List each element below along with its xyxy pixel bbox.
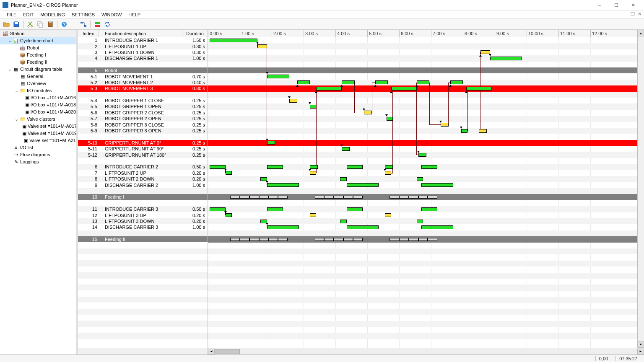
relation-button[interactable]: [79, 20, 88, 29]
gantt-bar[interactable]: [297, 80, 310, 84]
tree-item[interactable]: ▣Valve set =101+M-A017: [0, 123, 76, 130]
gantt-row[interactable]: [208, 92, 637, 98]
gantt-bar[interactable]: [340, 177, 346, 181]
gantt-bar[interactable]: [385, 213, 391, 217]
task-row[interactable]: [78, 134, 208, 140]
open-button[interactable]: [2, 20, 11, 29]
gantt-bar[interactable]: [343, 196, 353, 199]
scroll-down-button[interactable]: ▼: [638, 341, 644, 348]
task-row[interactable]: 6INTRODUCE CARRIER 20.50 s: [78, 164, 208, 170]
tree-item[interactable]: ⌄📁Valve clusters: [0, 116, 76, 123]
gantt-row[interactable]: [208, 188, 637, 194]
task-row[interactable]: [78, 62, 208, 67]
gantt-bar[interactable]: [249, 238, 259, 241]
task-row[interactable]: [78, 327, 208, 333]
col-duration[interactable]: Duration: [182, 30, 208, 37]
task-row[interactable]: [78, 284, 208, 290]
gantt-bar[interactable]: [342, 80, 354, 84]
tree-item[interactable]: ▤General: [0, 73, 76, 80]
task-row[interactable]: 5-6ROBOT GRIPPER 2 CLOSE0.25 s: [78, 110, 208, 116]
scroll-right-button[interactable]: ►: [637, 349, 644, 354]
gantt-bar[interactable]: [230, 238, 240, 241]
task-row[interactable]: 13LIFTPOSUNIT 3 DOWN0.20 s: [78, 218, 208, 224]
vertical-scrollbar[interactable]: ▲ ▼: [637, 30, 644, 348]
gantt-row[interactable]: [208, 67, 637, 73]
gantt-bar[interactable]: [417, 220, 423, 223]
gantt-bar[interactable]: [353, 238, 363, 241]
gantt-bar[interactable]: [441, 123, 449, 127]
gantt-bar[interactable]: [278, 196, 288, 199]
gantt-bar[interactable]: [249, 196, 259, 199]
task-row[interactable]: [78, 321, 208, 326]
gantt-row[interactable]: [208, 122, 637, 128]
gantt-row[interactable]: [208, 327, 637, 333]
gantt-bar[interactable]: [417, 80, 429, 84]
task-row[interactable]: [78, 230, 208, 236]
gantt-bar[interactable]: [310, 165, 318, 169]
gantt-bar[interactable]: [240, 238, 249, 241]
gantt-row[interactable]: [208, 128, 637, 134]
task-row[interactable]: 5-10GRIPPERTURNUNIT AT 0°0.25 s: [78, 140, 208, 146]
gantt-bar[interactable]: [226, 171, 232, 175]
gantt-bar[interactable]: [390, 238, 399, 241]
gantt-bar[interactable]: [391, 87, 417, 90]
gantt-bar[interactable]: [364, 111, 372, 114]
task-row[interactable]: 5-8ROBOT GRIPPER 3 CLOSE0.25 s: [78, 122, 208, 127]
tree-item[interactable]: ▣I/O box =101+M-A016: [0, 94, 76, 101]
tree-item[interactable]: ⌄▦Circuit diagram table: [0, 66, 76, 73]
gantt-bar[interactable]: [259, 196, 269, 199]
task-row[interactable]: [78, 272, 208, 278]
gantt-bar[interactable]: [480, 50, 490, 54]
task-row[interactable]: 7LIFTPOSUNIT 2 UP0.20 s: [78, 170, 208, 176]
task-row[interactable]: 5-1ROBOT MOVEMENT 10.70 s: [78, 73, 208, 79]
gantt-row[interactable]: [208, 98, 637, 103]
gantt-bar[interactable]: [418, 153, 426, 157]
gantt-bar[interactable]: [399, 196, 409, 199]
tree-twist-icon[interactable]: ⌄: [14, 116, 18, 122]
gantt-bar[interactable]: [353, 196, 363, 199]
gantt-row[interactable]: [208, 297, 637, 303]
gantt-bar[interactable]: [259, 238, 269, 241]
minimize-button[interactable]: ─: [591, 0, 608, 10]
gantt-row[interactable]: [208, 315, 637, 321]
gantt-bar[interactable]: [230, 196, 240, 199]
gantt-bar[interactable]: [315, 238, 325, 241]
task-row[interactable]: [78, 260, 208, 266]
menu-window[interactable]: WINDOW: [98, 11, 125, 18]
gantt-bar[interactable]: [267, 183, 299, 187]
task-row[interactable]: 9DISCHARGE CARRIER 21.00 s: [78, 182, 208, 188]
gantt-bar[interactable]: [268, 196, 278, 199]
maximize-button[interactable]: ☐: [608, 0, 625, 10]
gantt-bar[interactable]: [428, 196, 437, 199]
gantt-bar[interactable]: [466, 87, 492, 90]
gantt-bar[interactable]: [347, 225, 379, 229]
gantt-row[interactable]: [208, 134, 637, 140]
horizontal-scrollbar[interactable]: ◄ ►: [78, 348, 644, 354]
task-row[interactable]: 5-4ROBOT GRIPPER 1 CLOSE0.25 s: [78, 98, 208, 103]
gantt-row[interactable]: [208, 266, 637, 272]
gantt-row[interactable]: [208, 170, 637, 176]
gantt-bar[interactable]: [385, 171, 391, 175]
task-row[interactable]: [78, 279, 208, 284]
gantt-bar[interactable]: [418, 238, 428, 241]
task-row[interactable]: 14DISCHARGE CARRIER 31.00 s: [78, 224, 208, 230]
gantt-bar[interactable]: [268, 238, 278, 241]
gantt-bar[interactable]: [385, 165, 393, 169]
sync-button[interactable]: [103, 20, 112, 29]
gantt-bar[interactable]: [399, 238, 409, 241]
tree-item[interactable]: ▣I/O box =101+M-A018: [0, 101, 76, 109]
task-row[interactable]: [78, 303, 208, 308]
paste-button[interactable]: [46, 20, 55, 29]
task-row[interactable]: [78, 297, 208, 303]
task-row[interactable]: 1INTRODUCE CARRIER 11.50 s: [78, 37, 208, 43]
task-row[interactable]: 5-5ROBOT GRIPPER 1 OPEN0.25 s: [78, 103, 208, 109]
gantt-bar[interactable]: [417, 177, 423, 181]
menu-settings[interactable]: SETTINGS: [68, 11, 98, 18]
gantt-row[interactable]: [208, 37, 637, 43]
gantt-row[interactable]: [208, 110, 637, 116]
gantt-bar[interactable]: [226, 213, 232, 217]
gantt-bar[interactable]: [267, 75, 289, 78]
task-row[interactable]: [78, 248, 208, 254]
scroll-up-button[interactable]: ▲: [638, 30, 644, 36]
gantt-bar[interactable]: [316, 87, 342, 90]
